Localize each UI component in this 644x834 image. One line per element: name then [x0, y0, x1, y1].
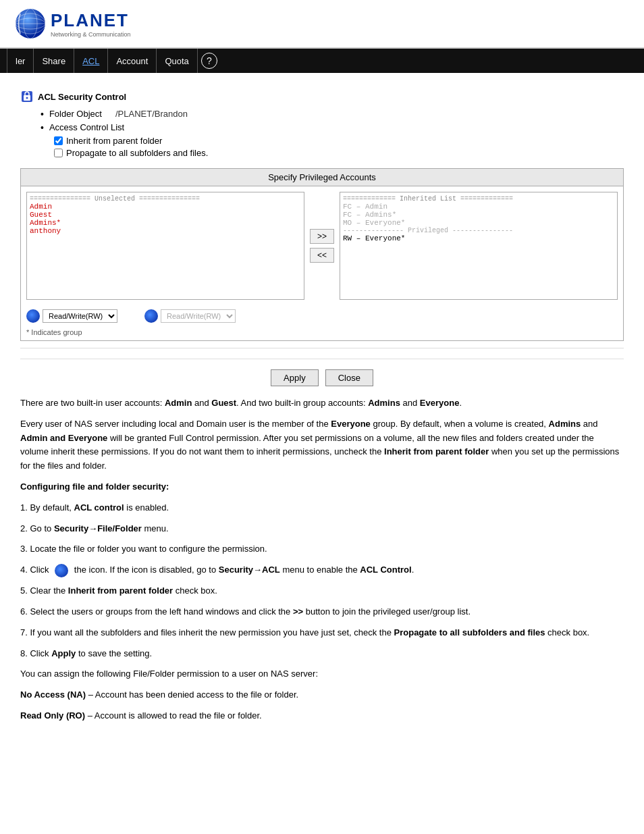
logo-area: PLANET Networking & Communication — [14, 7, 131, 41]
nav-acl[interactable]: ACL — [74, 49, 108, 73]
inherited-fc-admins[interactable]: FC – Admins* — [343, 211, 614, 219]
logo-subtitle-label: Networking & Communication — [51, 31, 131, 38]
bold-no-access: No Access (NA) — [20, 689, 86, 700]
assign-para: You can assign the following File/Folder… — [20, 667, 624, 681]
propagate-checkbox[interactable] — [54, 149, 63, 157]
right-dropdown-area: Read/Write(RW) — [144, 309, 236, 323]
apply-button[interactable]: Apply — [271, 369, 319, 386]
step2: 2. Go to Security→File/Folder menu. — [20, 522, 624, 536]
bullet-icon-2: • — [41, 122, 44, 133]
no-access-para: No Access (NA) – Account has been denied… — [20, 688, 624, 702]
bold-apply: Apply — [51, 648, 76, 658]
move-left-button[interactable]: << — [310, 248, 334, 263]
privileged-accounts-box: Specify Privileged Accounts ============… — [20, 168, 624, 341]
nav-account[interactable]: Account — [108, 49, 157, 73]
folder-path: /PLANET/Brandon — [115, 109, 188, 119]
step1: 1. By default, ACL control is enabled. — [20, 501, 624, 515]
inherited-fc-admin[interactable]: FC – Admin — [343, 203, 614, 211]
right-dropdown-icon — [144, 309, 158, 323]
step4-icon — [55, 564, 68, 577]
dropdown-row: Read/Write(RW) Read/Write(RW) — [21, 305, 623, 327]
para2: Every user of NAS server including local… — [20, 417, 624, 473]
access-control-label: Access Control List — [49, 122, 124, 132]
inherit-label[interactable]: Inherit from parent folder — [66, 136, 162, 146]
left-permission-select[interactable]: Read/Write(RW) — [43, 309, 117, 323]
arrows-column: >> << — [310, 192, 334, 300]
list-item-admin[interactable]: Admin — [30, 203, 301, 211]
bold-admins-2: Admins — [549, 419, 581, 429]
privileged-header: Specify Privileged Accounts — [21, 169, 623, 186]
logo-icon — [14, 7, 47, 41]
logo-planet-label: PLANET — [51, 10, 131, 31]
bold-guest: Guest — [211, 398, 236, 408]
bold-security-acl: Security→ACL — [219, 565, 280, 575]
privileged-rw-everyone[interactable]: RW – Everyone* — [343, 234, 614, 242]
bullet-icon: • — [41, 109, 44, 120]
privileged-body: =============== Unselected =============… — [21, 186, 623, 305]
acl-details: • Folder Object /PLANET/Brandon • Access… — [41, 109, 624, 158]
description-section: There are two built-in user accounts: Ad… — [20, 396, 624, 723]
bold-arrow-right: >> — [293, 606, 303, 617]
step5: 5. Clear the Inherit from parent folder … — [20, 584, 624, 598]
button-row: Apply Close — [20, 359, 624, 386]
acl-title-row: ACL Security Control — [20, 90, 624, 103]
inherited-header: ============= Inherited List ===========… — [343, 195, 614, 203]
bold-acl-control: ACL control — [74, 502, 124, 513]
unselected-header: =============== Unselected =============… — [30, 195, 301, 203]
list-item-anthony[interactable]: anthony — [30, 227, 301, 235]
acl-security-icon — [20, 90, 34, 103]
bold-everyone: Everyone — [420, 398, 460, 408]
list-item-admins[interactable]: Admins* — [30, 219, 301, 227]
bold-admins: Admins — [368, 398, 400, 408]
inherit-checkbox-row[interactable]: Inherit from parent folder — [54, 136, 624, 146]
folder-label: Folder Object — [49, 109, 102, 119]
step6: 6. Select the users or groups from the l… — [20, 605, 624, 619]
privileged-divider: --------------- Privileged -------------… — [343, 227, 614, 234]
acl-title: ACL Security Control — [38, 92, 126, 102]
bold-admin-everyone: Admin and Everyone — [20, 433, 107, 443]
para1: There are two built-in user accounts: Ad… — [20, 396, 624, 411]
bold-inherit: Inherit from parent folder — [384, 446, 489, 457]
help-icon[interactable]: ? — [201, 53, 217, 69]
inherit-checkbox[interactable] — [54, 136, 63, 145]
step4: 4. Click the icon. If the icon is disabl… — [20, 563, 624, 577]
acl-section: ACL Security Control • Folder Object /PL… — [20, 90, 624, 348]
inherited-list[interactable]: ============= Inherited List ===========… — [340, 192, 618, 300]
step3: 3. Locate the file or folder you want to… — [20, 542, 624, 556]
step7: 7. If you want all the subfolders and fi… — [20, 626, 624, 640]
unselected-list[interactable]: =============== Unselected =============… — [26, 192, 304, 300]
nav-bar: ler Share ACL Account Quota ? — [0, 49, 644, 73]
page-header: PLANET Networking & Communication — [0, 0, 644, 49]
logo-text: PLANET Networking & Communication — [51, 10, 131, 38]
config-heading: Configuring file and folder security: — [20, 480, 624, 494]
left-dropdown-icon — [26, 309, 40, 323]
bold-propagate: Propagate to all subfolders and files — [394, 627, 545, 637]
folder-object-row: • Folder Object /PLANET/Brandon — [41, 109, 624, 120]
step8: 8. Click Apply to save the setting. — [20, 647, 624, 661]
bold-everyone-2: Everyone — [331, 419, 371, 429]
bold-admin: Admin — [165, 398, 192, 408]
nav-ler[interactable]: ler — [7, 49, 34, 73]
bold-security-file: Security→File/Folder — [54, 523, 142, 533]
main-content: ACL Security Control • Folder Object /PL… — [0, 73, 644, 740]
nav-quota[interactable]: Quota — [157, 49, 197, 73]
bold-read-only: Read Only (RO) — [20, 710, 85, 721]
inherited-mo-everyone[interactable]: MO – Everyone* — [343, 219, 614, 227]
svg-point-7 — [26, 97, 28, 99]
bold-inherit-2: Inherit from parent folder — [68, 585, 173, 596]
bold-acl-control-2: ACL Control — [360, 565, 411, 575]
propagate-checkbox-row[interactable]: Propagate to all subfolders and files. — [54, 148, 624, 158]
left-dropdown-area: Read/Write(RW) — [26, 309, 117, 323]
list-item-guest[interactable]: Guest — [30, 211, 301, 219]
nav-share[interactable]: Share — [34, 49, 74, 73]
move-right-button[interactable]: >> — [310, 229, 334, 244]
close-button[interactable]: Close — [325, 369, 373, 386]
indicates-group-text: * Indicates group — [21, 327, 623, 340]
propagate-label[interactable]: Propagate to all subfolders and files. — [66, 148, 208, 158]
read-only-para: Read Only (RO) – Account is allowed to r… — [20, 709, 624, 723]
right-permission-select[interactable]: Read/Write(RW) — [161, 309, 236, 323]
access-control-row: • Access Control List — [41, 122, 624, 133]
